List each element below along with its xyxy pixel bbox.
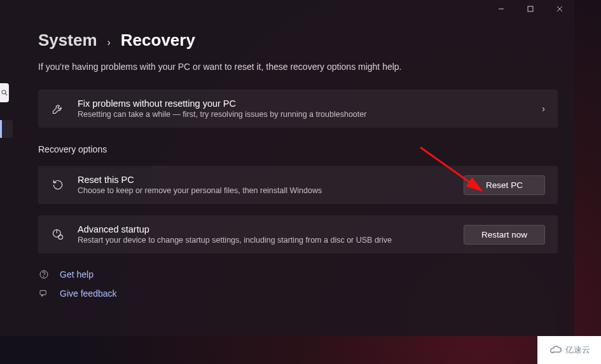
chevron-right-icon: › xyxy=(542,104,545,114)
feedback-icon xyxy=(38,288,50,299)
page-subtitle: If you're having problems with your PC o… xyxy=(38,62,558,72)
give-feedback-link[interactable]: Give feedback xyxy=(38,288,558,299)
give-feedback-label: Give feedback xyxy=(60,288,117,299)
svg-point-10 xyxy=(43,276,44,277)
minimize-button[interactable] xyxy=(487,0,516,18)
svg-line-5 xyxy=(5,93,7,95)
get-help-label: Get help xyxy=(60,269,93,280)
restart-now-button[interactable]: Restart now xyxy=(464,225,545,245)
breadcrumb: System › Recovery xyxy=(38,30,558,50)
reset-pc-card: Reset this PC Choose to keep or remove y… xyxy=(38,166,558,204)
window-titlebar xyxy=(487,0,574,18)
reset-icon xyxy=(51,178,65,192)
recovery-options-label: Recovery options xyxy=(38,144,558,154)
settings-window: System › Recovery If you're having probl… xyxy=(0,0,574,336)
troubleshoot-card[interactable]: Fix problems without resetting your PC R… xyxy=(38,90,558,128)
troubleshoot-desc: Resetting can take a while — first, try … xyxy=(78,110,529,119)
search-input-edge[interactable] xyxy=(0,83,9,102)
close-button[interactable] xyxy=(545,0,574,18)
wrench-icon xyxy=(51,102,65,116)
power-settings-icon xyxy=(51,227,65,241)
svg-point-8 xyxy=(59,235,63,239)
chevron-right-icon: › xyxy=(107,37,111,48)
reset-pc-button[interactable]: Reset PC xyxy=(464,175,545,195)
breadcrumb-current: Recovery xyxy=(121,30,195,50)
breadcrumb-parent[interactable]: System xyxy=(38,30,97,50)
reset-title: Reset this PC xyxy=(78,175,451,185)
svg-rect-11 xyxy=(40,290,46,295)
svg-point-4 xyxy=(2,90,6,94)
reset-desc: Choose to keep or remove your personal f… xyxy=(78,186,451,195)
svg-rect-1 xyxy=(528,6,533,11)
advanced-desc: Restart your device to change startup se… xyxy=(78,236,451,245)
page-content: System › Recovery If you're having probl… xyxy=(38,30,558,299)
help-icon xyxy=(38,269,50,280)
watermark-text: 亿速云 xyxy=(565,344,590,356)
watermark: 亿速云 xyxy=(537,336,601,364)
advanced-title: Advanced startup xyxy=(78,224,451,234)
troubleshoot-title: Fix problems without resetting your PC xyxy=(78,98,529,109)
get-help-link[interactable]: Get help xyxy=(38,269,558,280)
cloud-icon xyxy=(549,345,563,355)
nav-selected-indicator[interactable] xyxy=(0,120,13,138)
maximize-button[interactable] xyxy=(516,0,545,18)
advanced-startup-card: Advanced startup Restart your device to … xyxy=(38,215,558,253)
